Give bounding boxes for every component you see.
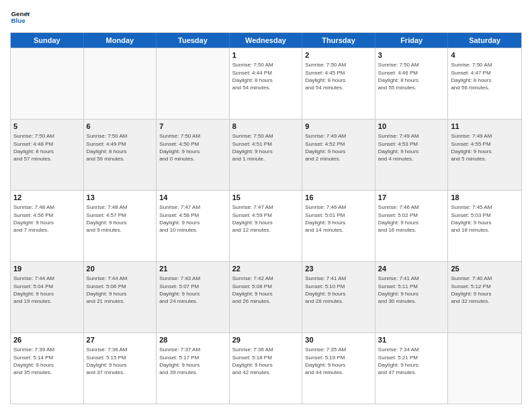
- calendar-cell: 10Sunrise: 7:49 AM Sunset: 4:53 PM Dayli…: [375, 120, 449, 190]
- calendar-cell: 14Sunrise: 7:47 AM Sunset: 4:58 PM Dayli…: [157, 191, 230, 261]
- day-info: Sunrise: 7:45 AM Sunset: 5:03 PM Dayligh…: [451, 203, 519, 234]
- day-info: Sunrise: 7:44 AM Sunset: 5:06 PM Dayligh…: [87, 275, 154, 305]
- calendar-cell: 18Sunrise: 7:45 AM Sunset: 5:03 PM Dayli…: [448, 191, 521, 261]
- calendar-cell: 4Sunrise: 7:50 AM Sunset: 4:47 PM Daylig…: [448, 48, 521, 119]
- calendar: SundayMondayTuesdayWednesdayThursdayFrid…: [10, 32, 522, 404]
- day-info: Sunrise: 7:41 AM Sunset: 5:10 PM Dayligh…: [305, 275, 372, 305]
- day-number: 4: [451, 50, 519, 60]
- day-number: 22: [232, 264, 300, 274]
- calendar-cell: 6Sunrise: 7:50 AM Sunset: 4:49 PM Daylig…: [84, 120, 157, 190]
- calendar-cell: 23Sunrise: 7:41 AM Sunset: 5:10 PM Dayli…: [302, 262, 375, 332]
- day-number: 31: [378, 335, 445, 345]
- weekday-header-friday: Friday: [375, 33, 449, 48]
- weekday-header-saturday: Saturday: [448, 33, 521, 48]
- calendar-cell: 25Sunrise: 7:40 AM Sunset: 5:12 PM Dayli…: [448, 262, 521, 332]
- day-number: 14: [159, 193, 226, 203]
- calendar-cell: 19Sunrise: 7:44 AM Sunset: 5:04 PM Dayli…: [11, 262, 84, 332]
- day-info: Sunrise: 7:43 AM Sunset: 5:07 PM Dayligh…: [159, 275, 226, 305]
- day-number: 11: [451, 122, 519, 132]
- day-info: Sunrise: 7:38 AM Sunset: 5:15 PM Dayligh…: [87, 346, 154, 376]
- day-info: Sunrise: 7:35 AM Sunset: 5:19 PM Dayligh…: [305, 346, 372, 376]
- svg-text:Blue: Blue: [11, 17, 26, 24]
- day-info: Sunrise: 7:40 AM Sunset: 5:12 PM Dayligh…: [451, 275, 519, 305]
- calendar-cell: 17Sunrise: 7:46 AM Sunset: 5:02 PM Dayli…: [375, 191, 449, 261]
- calendar-cell: 26Sunrise: 7:39 AM Sunset: 5:14 PM Dayli…: [11, 333, 84, 404]
- day-number: 6: [87, 122, 154, 132]
- page: General Blue SundayMondayTuesdayWednesda…: [0, 0, 532, 411]
- calendar-cell: 22Sunrise: 7:42 AM Sunset: 5:08 PM Dayli…: [230, 262, 303, 332]
- day-number: 1: [232, 50, 300, 60]
- day-number: 28: [159, 335, 226, 345]
- day-info: Sunrise: 7:41 AM Sunset: 5:11 PM Dayligh…: [378, 275, 445, 305]
- day-number: 9: [305, 122, 372, 132]
- day-number: 25: [451, 264, 519, 274]
- day-number: 19: [13, 264, 81, 274]
- day-number: 5: [13, 122, 81, 132]
- calendar-row-1: 1Sunrise: 7:50 AM Sunset: 4:44 PM Daylig…: [11, 48, 521, 119]
- day-number: 23: [305, 264, 372, 274]
- calendar-cell: 30Sunrise: 7:35 AM Sunset: 5:19 PM Dayli…: [302, 333, 375, 404]
- day-info: Sunrise: 7:36 AM Sunset: 5:18 PM Dayligh…: [232, 346, 300, 376]
- day-info: Sunrise: 7:44 AM Sunset: 5:04 PM Dayligh…: [13, 275, 81, 305]
- calendar-cell: 31Sunrise: 7:34 AM Sunset: 5:21 PM Dayli…: [375, 333, 449, 404]
- day-number: 16: [305, 193, 372, 203]
- day-info: Sunrise: 7:49 AM Sunset: 4:55 PM Dayligh…: [451, 132, 519, 163]
- day-info: Sunrise: 7:42 AM Sunset: 5:08 PM Dayligh…: [232, 275, 300, 305]
- calendar-cell: 3Sunrise: 7:50 AM Sunset: 4:46 PM Daylig…: [375, 48, 449, 119]
- day-info: Sunrise: 7:50 AM Sunset: 4:44 PM Dayligh…: [232, 61, 300, 91]
- calendar-cell: 27Sunrise: 7:38 AM Sunset: 5:15 PM Dayli…: [84, 333, 157, 404]
- calendar-row-3: 12Sunrise: 7:48 AM Sunset: 4:56 PM Dayli…: [11, 190, 521, 261]
- day-number: 17: [378, 193, 445, 203]
- day-info: Sunrise: 7:48 AM Sunset: 4:56 PM Dayligh…: [13, 203, 81, 234]
- day-info: Sunrise: 7:46 AM Sunset: 5:02 PM Dayligh…: [378, 203, 445, 234]
- day-number: 21: [159, 264, 226, 274]
- calendar-body: 1Sunrise: 7:50 AM Sunset: 4:44 PM Daylig…: [11, 48, 521, 404]
- day-info: Sunrise: 7:47 AM Sunset: 4:58 PM Dayligh…: [159, 203, 226, 234]
- weekday-header-sunday: Sunday: [11, 33, 84, 48]
- day-info: Sunrise: 7:39 AM Sunset: 5:14 PM Dayligh…: [13, 346, 81, 376]
- day-info: Sunrise: 7:49 AM Sunset: 4:53 PM Dayligh…: [378, 132, 445, 163]
- weekday-header-wednesday: Wednesday: [230, 33, 303, 48]
- calendar-row-2: 5Sunrise: 7:50 AM Sunset: 4:48 PM Daylig…: [11, 119, 521, 190]
- weekday-header-monday: Monday: [84, 33, 157, 48]
- day-number: 8: [232, 122, 300, 132]
- logo-icon: General Blue: [10, 7, 30, 27]
- day-info: Sunrise: 7:50 AM Sunset: 4:45 PM Dayligh…: [305, 61, 372, 91]
- day-number: 30: [305, 335, 372, 345]
- calendar-cell: 8Sunrise: 7:50 AM Sunset: 4:51 PM Daylig…: [230, 120, 303, 190]
- day-number: 20: [87, 264, 154, 274]
- calendar-cell: 9Sunrise: 7:49 AM Sunset: 4:52 PM Daylig…: [302, 120, 375, 190]
- day-info: Sunrise: 7:48 AM Sunset: 4:57 PM Dayligh…: [87, 203, 154, 234]
- calendar-cell: 1Sunrise: 7:50 AM Sunset: 4:44 PM Daylig…: [230, 48, 303, 119]
- calendar-cell: 12Sunrise: 7:48 AM Sunset: 4:56 PM Dayli…: [11, 191, 84, 261]
- day-info: Sunrise: 7:34 AM Sunset: 5:21 PM Dayligh…: [378, 346, 445, 376]
- header: General Blue: [10, 7, 522, 27]
- calendar-cell: 5Sunrise: 7:50 AM Sunset: 4:48 PM Daylig…: [11, 120, 84, 190]
- day-number: 29: [232, 335, 300, 345]
- calendar-cell: 24Sunrise: 7:41 AM Sunset: 5:11 PM Dayli…: [375, 262, 449, 332]
- calendar-cell: [11, 48, 84, 119]
- day-info: Sunrise: 7:46 AM Sunset: 5:01 PM Dayligh…: [305, 203, 372, 234]
- calendar-header: SundayMondayTuesdayWednesdayThursdayFrid…: [11, 33, 521, 48]
- calendar-cell: 21Sunrise: 7:43 AM Sunset: 5:07 PM Dayli…: [157, 262, 230, 332]
- day-info: Sunrise: 7:49 AM Sunset: 4:52 PM Dayligh…: [305, 132, 372, 163]
- calendar-cell: 16Sunrise: 7:46 AM Sunset: 5:01 PM Dayli…: [302, 191, 375, 261]
- day-info: Sunrise: 7:50 AM Sunset: 4:50 PM Dayligh…: [159, 132, 226, 163]
- calendar-cell: [157, 48, 230, 119]
- calendar-cell: [84, 48, 157, 119]
- weekday-header-tuesday: Tuesday: [157, 33, 230, 48]
- day-number: 15: [232, 193, 300, 203]
- calendar-row-5: 26Sunrise: 7:39 AM Sunset: 5:14 PM Dayli…: [11, 332, 521, 404]
- logo: General Blue: [10, 7, 30, 27]
- day-info: Sunrise: 7:50 AM Sunset: 4:51 PM Dayligh…: [232, 132, 300, 163]
- calendar-cell: 28Sunrise: 7:37 AM Sunset: 5:17 PM Dayli…: [157, 333, 230, 404]
- day-number: 7: [159, 122, 226, 132]
- day-number: 27: [87, 335, 154, 345]
- day-number: 18: [451, 193, 519, 203]
- day-info: Sunrise: 7:37 AM Sunset: 5:17 PM Dayligh…: [159, 346, 226, 376]
- day-number: 10: [378, 122, 445, 132]
- day-info: Sunrise: 7:50 AM Sunset: 4:47 PM Dayligh…: [451, 61, 519, 91]
- day-number: 2: [305, 50, 372, 60]
- calendar-cell: [448, 333, 521, 404]
- day-number: 3: [378, 50, 445, 60]
